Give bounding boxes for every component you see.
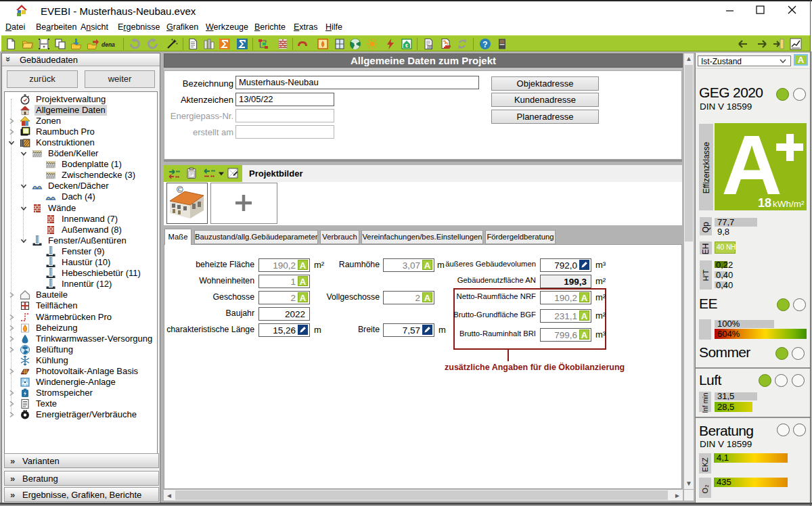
svg-text:A: A — [721, 123, 782, 210]
svg-text:?: ? — [482, 40, 487, 49]
svg-text:€: € — [405, 43, 408, 48]
